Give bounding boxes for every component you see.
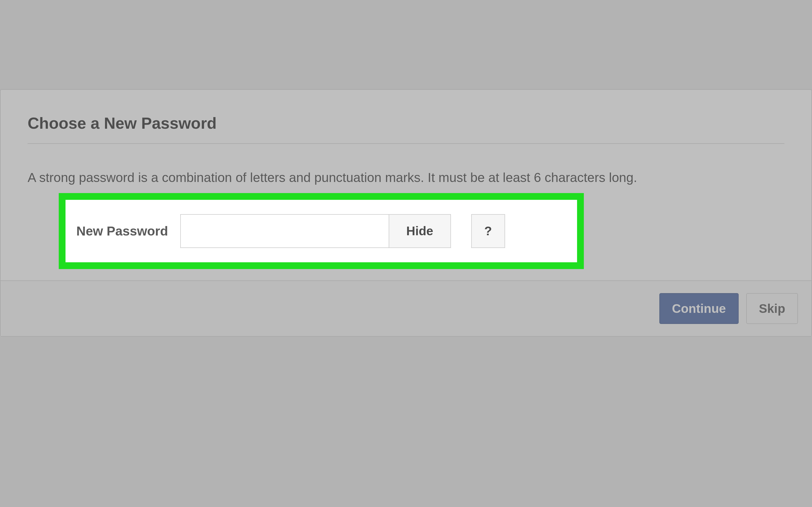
- skip-button[interactable]: Skip: [746, 293, 798, 324]
- password-help-button[interactable]: ?: [471, 214, 505, 248]
- dialog-body: Choose a New Password A strong password …: [1, 90, 811, 280]
- choose-password-dialog: Choose a New Password A strong password …: [0, 89, 812, 337]
- password-row: New Password Hide ?: [76, 201, 561, 262]
- hide-password-button[interactable]: Hide: [389, 214, 451, 248]
- continue-button[interactable]: Continue: [659, 293, 739, 324]
- password-input-group: Hide: [180, 214, 451, 248]
- title-divider: [28, 143, 784, 144]
- dialog-description: A strong password is a combination of le…: [28, 168, 784, 187]
- new-password-label: New Password: [76, 224, 168, 238]
- dialog-footer: Continue Skip: [1, 280, 811, 336]
- password-form-row: New Password Hide ?: [76, 201, 561, 262]
- dialog-title: Choose a New Password: [28, 114, 784, 132]
- new-password-input[interactable]: [180, 214, 389, 248]
